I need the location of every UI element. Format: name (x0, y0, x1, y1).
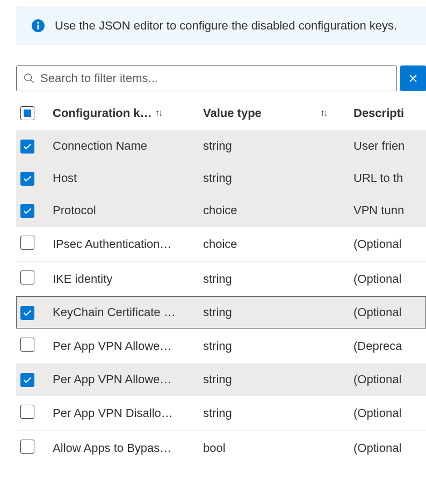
row-checkbox[interactable] (20, 306, 34, 320)
row-checkbox[interactable] (20, 236, 34, 250)
row-checkbox[interactable] (20, 140, 34, 154)
close-icon (409, 74, 417, 83)
cell-key: IKE identity (53, 272, 203, 286)
table-row[interactable]: Per App VPN Disallo…string(Optional (16, 396, 426, 430)
checkmark-icon (23, 310, 32, 316)
cell-key-text: KeyChain Certificate … (53, 305, 176, 319)
cell-key: KeyChain Certificate … (53, 305, 203, 319)
cell-desc: (Optional (353, 305, 426, 319)
svg-point-2 (37, 22, 39, 24)
cell-key-text: Per App VPN Allowe… (53, 339, 171, 353)
cell-desc: (Optional (353, 237, 426, 251)
cell-key: Per App VPN Allowe… (53, 372, 203, 386)
cell-key-text: Host (53, 171, 77, 185)
table-row[interactable]: IPsec Authentication…choice(Optional (16, 227, 426, 261)
config-table: Configuration k… ↑↓ Value type ↑↓ Descri… (16, 101, 426, 465)
clear-search-button[interactable] (400, 65, 426, 91)
cell-desc: URL to th (353, 171, 426, 185)
search-input[interactable] (40, 71, 390, 85)
cell-desc: (Depreca (353, 339, 426, 353)
cell-desc: (Optional (353, 372, 426, 386)
cell-key-text: IPsec Authentication… (53, 237, 171, 251)
cell-key-text: Per App VPN Disallo… (53, 406, 173, 420)
cell-key: Connection Name (53, 139, 203, 153)
column-header-desc-label: Descripti (353, 106, 404, 120)
table-row[interactable]: IKE identitystring(Optional (16, 261, 426, 296)
row-checkbox[interactable] (20, 373, 34, 387)
column-header-key[interactable]: Configuration k… ↑↓ (53, 106, 203, 120)
cell-key: Host (53, 171, 203, 185)
table-row[interactable]: Per App VPN Allowe…string(Depreca (16, 328, 426, 363)
cell-key: Allow Apps to Bypas… (53, 441, 203, 455)
info-text: Use the JSON editor to configure the dis… (55, 17, 397, 34)
row-checkbox[interactable] (20, 440, 34, 454)
checkmark-icon (23, 377, 32, 383)
info-banner: Use the JSON editor to configure the dis… (16, 6, 426, 45)
cell-desc: (Optional (353, 272, 426, 286)
cell-type: string (203, 339, 353, 353)
table-row[interactable]: KeyChain Certificate …string(Optional (16, 296, 426, 328)
table-row[interactable]: Per App VPN Allowe…string(Optional (16, 363, 426, 396)
cell-desc: User frien (353, 139, 426, 153)
svg-point-3 (25, 74, 32, 81)
info-icon (31, 19, 45, 33)
column-header-type-label: Value type (203, 106, 262, 120)
cell-key: Per App VPN Allowe… (53, 339, 203, 353)
cell-key-text: Connection Name (53, 139, 147, 152)
checkmark-icon (23, 176, 32, 182)
cell-key-text: Per App VPN Allowe… (53, 372, 171, 386)
column-header-type[interactable]: Value type ↑↓ (203, 106, 353, 120)
select-all-checkbox[interactable] (20, 106, 34, 120)
row-checkbox[interactable] (20, 405, 34, 419)
cell-type: bool (203, 441, 353, 455)
cell-key: IPsec Authentication… (53, 237, 203, 251)
cell-type: string (203, 171, 353, 185)
cell-type: choice (203, 203, 353, 217)
checkmark-icon (23, 208, 32, 214)
table-row[interactable]: ProtocolchoiceVPN tunn (16, 194, 426, 227)
cell-key-text: Protocol (53, 203, 96, 217)
cell-type: string (203, 305, 353, 319)
column-header-key-label: Configuration k… (53, 106, 152, 120)
svg-line-4 (31, 80, 34, 83)
search-icon (23, 72, 35, 84)
cell-type: string (203, 139, 353, 153)
cell-type: string (203, 272, 353, 286)
row-checkbox[interactable] (20, 338, 34, 352)
cell-type: string (203, 406, 353, 420)
cell-key: Per App VPN Disallo… (53, 406, 203, 420)
cell-desc: (Optional (353, 441, 426, 455)
svg-rect-1 (37, 25, 39, 30)
table-row[interactable]: Connection NamestringUser frien (16, 130, 426, 162)
column-header-desc[interactable]: Descripti (353, 106, 426, 120)
table-row[interactable]: HoststringURL to th (16, 162, 426, 194)
row-checkbox[interactable] (20, 271, 34, 284)
sort-icon: ↑↓ (155, 107, 162, 119)
cell-key-text: Allow Apps to Bypas… (53, 441, 171, 455)
row-checkbox[interactable] (20, 172, 34, 186)
cell-key-text: IKE identity (53, 272, 112, 286)
table-row[interactable]: Allow Apps to Bypas…bool(Optional (16, 430, 426, 465)
row-checkbox[interactable] (20, 204, 34, 218)
cell-type: string (203, 372, 353, 386)
cell-desc: (Optional (353, 406, 426, 420)
search-box[interactable] (16, 65, 397, 91)
sort-icon: ↑↓ (320, 107, 327, 119)
cell-type: choice (203, 237, 353, 251)
table-header: Configuration k… ↑↓ Value type ↑↓ Descri… (16, 101, 426, 130)
checkmark-icon (23, 143, 32, 150)
cell-key: Protocol (53, 203, 203, 217)
cell-desc: VPN tunn (353, 203, 426, 217)
